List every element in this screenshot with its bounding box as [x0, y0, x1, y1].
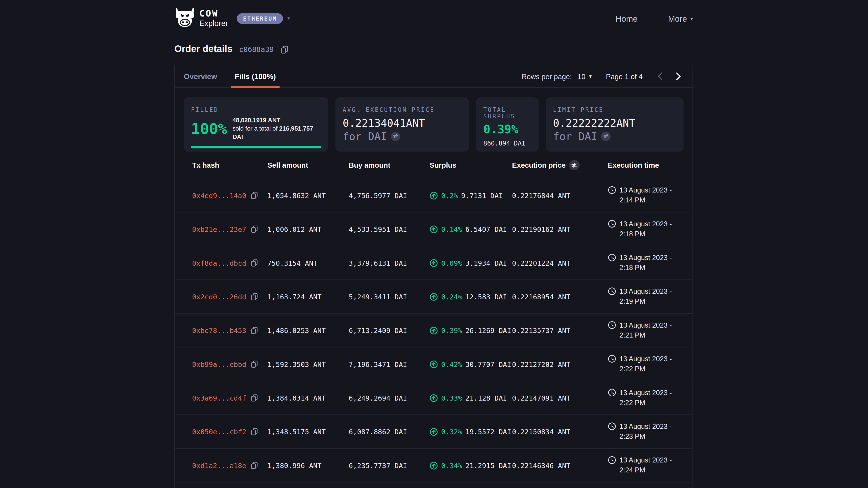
sell-amount: 1,380.996 ANT [268, 461, 349, 469]
filled-percent: 100% [191, 120, 227, 137]
clock-icon [608, 456, 616, 467]
surplus-percent: 0.14% [441, 225, 462, 233]
cow-logo-icon [174, 7, 195, 29]
clock-icon [608, 287, 616, 298]
filled-label: FILLED [191, 106, 321, 113]
rows-per-page-select[interactable]: 10 ▼ [578, 72, 593, 80]
execution-time: 13 August 2023 - 2:18 PM [619, 253, 685, 273]
copy-tx-hash-icon[interactable] [251, 293, 258, 300]
page-title: Order details [174, 43, 232, 55]
surplus-up-arrow-icon [430, 360, 438, 368]
avg-execution-price-value: 0.22134041ANT [343, 117, 462, 129]
page-indicator: Page 1 of 4 [606, 72, 643, 80]
filled-progress-bar [191, 146, 321, 148]
tx-hash-link[interactable]: 0xd1a2...a18e [192, 461, 246, 469]
copy-tx-hash-icon[interactable] [251, 461, 258, 469]
execution-time: 13 August 2023 - 2:19 PM [619, 287, 685, 306]
copy-tx-hash-icon[interactable] [251, 225, 258, 233]
copy-tx-hash-icon[interactable] [251, 191, 258, 199]
filled-sold-amount: 48,020.1919 ANT [232, 116, 321, 124]
rows-per-page-label: Rows per page: [522, 72, 572, 80]
next-page-button[interactable] [672, 72, 685, 80]
tab-overview[interactable]: Overview [175, 65, 226, 88]
cow-explorer-logo[interactable]: COW Explorer [174, 7, 228, 29]
surplus-amount: 12.583 DAI [465, 292, 507, 301]
execution-time: 13 August 2023 - 2:23 PM [619, 422, 685, 442]
column-sell-amount: Sell amount [268, 161, 349, 169]
clock-icon [608, 321, 616, 332]
copy-order-hash-icon[interactable] [280, 45, 288, 54]
surplus-up-arrow-icon [430, 292, 438, 301]
clock-icon [608, 253, 616, 264]
page: COW Explorer ETHEREUM ▼ Home More ▾ Orde… [0, 0, 868, 488]
execution-price: 0.22168954 ANT [512, 292, 608, 301]
surplus-percent: 0.34% [441, 461, 462, 469]
table-row: 0xb99a...ebbd 1,592.3503 ANT 7,196.3471 … [175, 348, 692, 381]
sell-amount: 1,486.0253 ANT [268, 326, 349, 335]
tx-hash-link[interactable]: 0xb21e...23e7 [192, 225, 246, 233]
top-navigation-bar: COW Explorer ETHEREUM ▼ Home More ▾ [174, 0, 693, 37]
summary-cards: FILLED 100% 48,020.1919 ANT sold for a t… [175, 88, 692, 152]
copy-tx-hash-icon[interactable] [251, 259, 258, 267]
limit-price-value: 0.22222222ANT [553, 117, 677, 129]
rows-per-page-caret-icon: ▼ [588, 74, 592, 79]
pagination-controls: Rows per page: 10 ▼ Page 1 of 4 [522, 72, 692, 80]
order-hash[interactable]: c0688a39 [239, 45, 274, 54]
invert-price-icon[interactable] [391, 131, 400, 141]
avg-execution-price-unit: for DAI [343, 130, 387, 142]
surplus-up-arrow-icon [430, 225, 438, 233]
nav-links: Home More ▾ [616, 13, 693, 23]
surplus-percent: 0.32% [441, 427, 462, 436]
table-row: 0x050e...cbf2 1,348.5175 ANT 6,087.8862 … [175, 415, 692, 449]
execution-price: 0.22146346 ANT [512, 461, 608, 469]
nav-home-link[interactable]: Home [616, 13, 638, 23]
surplus-amount: 19.5572 DAI [465, 427, 511, 436]
tx-hash-link[interactable]: 0x2cd0...26dd [192, 292, 246, 301]
clock-icon [608, 186, 616, 197]
nav-more-label: More [668, 13, 687, 23]
execution-price: 0.22135737 ANT [512, 326, 608, 335]
invert-execution-price-icon[interactable] [569, 160, 580, 170]
column-tx-hash: Tx hash [192, 161, 268, 169]
network-badge[interactable]: ETHEREUM [237, 13, 283, 24]
tx-hash-link[interactable]: 0xbe78...b453 [192, 326, 246, 335]
execution-time: 13 August 2023 - 2:22 PM [619, 354, 685, 374]
table-row: 0xd1a2...a18e 1,380.996 ANT 6,235.7737 D… [175, 449, 692, 482]
copy-tx-hash-icon[interactable] [251, 360, 258, 368]
network-dropdown-caret-icon[interactable]: ▼ [286, 15, 291, 21]
limit-price-card: LIMIT PRICE 0.22222222ANT for DAI [546, 97, 684, 152]
surplus-up-arrow-icon [430, 191, 438, 199]
tx-hash-link[interactable]: 0x3a69...cd4f [192, 394, 246, 402]
column-buy-amount: Buy amount [349, 161, 430, 169]
execution-time: 13 August 2023 - 2:18 PM [619, 219, 685, 239]
table-row: 0xbe78...b453 1,486.0253 ANT 6,713.2409 … [175, 314, 692, 348]
sell-amount: 1,054.8632 ANT [268, 191, 349, 199]
tx-hash-link[interactable]: 0x050e...cbf2 [192, 427, 246, 436]
total-surplus-card: TOTAL SURPLUS 0.39% 860.894 DAI [476, 97, 539, 152]
copy-tx-hash-icon[interactable] [251, 326, 258, 334]
logo-brand-text: COW [199, 9, 228, 18]
previous-page-button[interactable] [654, 72, 666, 80]
chevron-down-icon: ▾ [690, 15, 693, 21]
buy-amount: 4,533.5951 DAI [349, 225, 430, 233]
tx-hash-link[interactable]: 0xf8da...dbcd [192, 259, 246, 267]
invert-price-icon[interactable] [601, 131, 611, 141]
filled-detail: 48,020.1919 ANT sold for a total of 216,… [232, 116, 321, 141]
copy-tx-hash-icon[interactable] [251, 428, 258, 435]
tx-hash-link[interactable]: 0x4ed9...14a0 [192, 191, 246, 199]
sell-amount: 750.3154 ANT [268, 259, 349, 267]
clock-icon [608, 220, 616, 231]
avg-execution-price-card: AVG. EXECUTION PRICE 0.22134041ANT for D… [336, 97, 469, 152]
buy-amount: 3,379.6131 DAI [349, 259, 430, 267]
page-title-row: Order details c0688a39 [174, 43, 288, 55]
surplus-percent: 0.2% [441, 191, 458, 199]
tx-hash-link[interactable]: 0xb99a...ebbd [192, 360, 246, 368]
surplus-up-arrow-icon [430, 427, 438, 436]
tab-fills[interactable]: Fills (100%) [226, 65, 285, 88]
total-surplus-percent: 0.39% [483, 123, 531, 136]
nav-more-menu[interactable]: More ▾ [668, 13, 693, 23]
copy-tx-hash-icon[interactable] [251, 394, 258, 402]
logo-wordmark: COW Explorer [199, 9, 228, 27]
surplus-up-arrow-icon [430, 326, 438, 335]
buy-amount: 7,196.3471 DAI [349, 360, 430, 368]
